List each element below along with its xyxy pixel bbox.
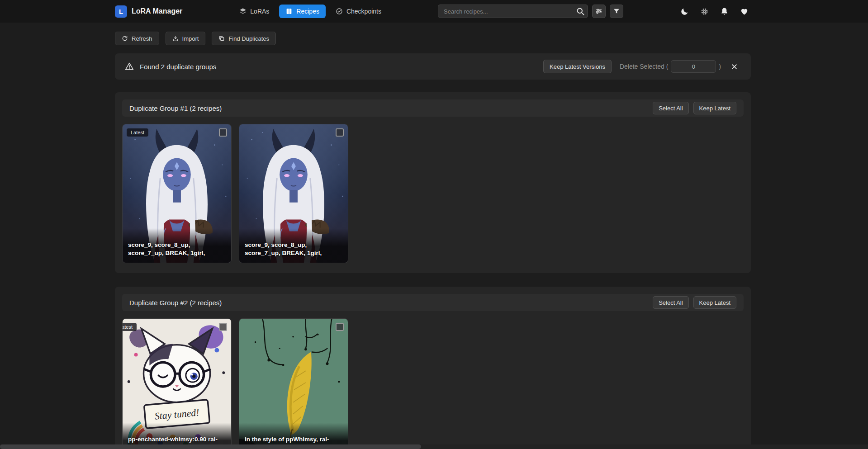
delete-count-input[interactable] — [671, 60, 716, 73]
recipe-caption: score_9, score_8_up, score_7_up, BREAK, … — [123, 228, 231, 263]
settings-button[interactable] — [697, 5, 711, 18]
recipe-card[interactable]: in the style of ppWhimsy, ral-frctlgmtry… — [239, 318, 348, 449]
group-actions: Select All Keep Latest — [653, 296, 736, 309]
horizontal-scrollbar-track[interactable] — [0, 444, 868, 449]
favorites-button[interactable] — [737, 5, 751, 18]
sliders-icon — [595, 8, 602, 15]
duplicates-icon — [218, 35, 225, 42]
view-options-button[interactable] — [592, 5, 606, 18]
group-header: Duplicate Group #1 (2 recipes) Select Al… — [122, 99, 744, 117]
heart-icon — [740, 7, 749, 16]
search-button[interactable] — [575, 6, 586, 17]
latest-badge: Latest — [127, 128, 148, 137]
banner-actions: Keep Latest Versions Delete Selected ( ) — [543, 60, 741, 73]
navbar-inner: L LoRA Manager LoRAs Recipes Checkpoints — [115, 0, 751, 23]
duplicate-group-panel-2: Duplicate Group #2 (2 recipes) Select Al… — [115, 287, 751, 449]
tab-label: Recipes — [296, 8, 319, 15]
close-banner-button[interactable] — [729, 61, 741, 72]
delete-selected-label: Delete Selected ( — [620, 63, 668, 70]
group-title: Duplicate Group #2 (2 recipes) — [129, 299, 222, 307]
app-title: LoRA Manager — [132, 7, 182, 15]
search-area — [438, 5, 623, 18]
horizontal-scrollbar-thumb[interactable] — [0, 444, 421, 449]
logo-icon: L — [115, 5, 127, 18]
duplicate-group-panel-1: Duplicate Group #1 (2 recipes) Select Al… — [115, 92, 751, 273]
recipe-card[interactable]: Stay tuned! Latest pp-enchanted-whimsy:0… — [122, 318, 232, 449]
delete-selected-control: Delete Selected ( ) — [620, 60, 721, 73]
refresh-icon — [122, 35, 128, 42]
group-header: Duplicate Group #2 (2 recipes) Select Al… — [122, 294, 744, 311]
latest-badge: Latest — [122, 323, 137, 331]
bell-icon — [720, 7, 729, 16]
refresh-button[interactable]: Refresh — [115, 32, 159, 45]
main-tabs: LoRAs Recipes Checkpoints — [233, 5, 388, 18]
warning-icon — [125, 62, 134, 71]
app-logo[interactable]: L LoRA Manager — [115, 5, 182, 18]
card-checkbox[interactable] — [336, 323, 344, 331]
card-row: Stay tuned! Latest pp-enchanted-whimsy:0… — [122, 318, 744, 449]
book-icon — [285, 8, 293, 15]
main-content: Refresh Import Find Duplicates Found 2 d… — [115, 23, 751, 449]
recipe-caption: score_9, score_8_up, score_7_up, BREAK, … — [239, 228, 348, 263]
keep-latest-versions-button[interactable]: Keep Latest Versions — [543, 60, 612, 73]
group-actions: Select All Keep Latest — [653, 102, 736, 114]
import-button[interactable]: Import — [166, 32, 206, 45]
filter-button[interactable] — [610, 5, 623, 18]
toolbar: Refresh Import Find Duplicates — [115, 32, 751, 45]
recipe-card[interactable]: Latest score_9, score_8_up, score_7_up, … — [122, 124, 232, 263]
banner-message: Found 2 duplicate groups — [140, 63, 216, 71]
card-checkbox[interactable] — [219, 128, 227, 137]
navbar: L LoRA Manager LoRAs Recipes Checkpoints — [0, 0, 868, 23]
recipe-card[interactable]: score_9, score_8_up, score_7_up, BREAK, … — [239, 124, 348, 263]
find-duplicates-label: Find Duplicates — [228, 35, 269, 42]
tab-label: LoRAs — [250, 8, 269, 15]
notifications-button[interactable] — [717, 5, 731, 18]
check-circle-icon — [336, 8, 343, 15]
find-duplicates-button[interactable]: Find Duplicates — [212, 32, 276, 45]
card-row: Latest score_9, score_8_up, score_7_up, … — [122, 124, 744, 263]
tab-checkpoints[interactable]: Checkpoints — [329, 5, 388, 18]
card-checkbox[interactable] — [219, 323, 227, 331]
banner-message-area: Found 2 duplicate groups — [125, 62, 216, 71]
search-box — [438, 5, 588, 18]
filter-icon — [613, 8, 620, 15]
keep-latest-button[interactable]: Keep Latest — [693, 102, 736, 114]
gear-icon — [700, 7, 709, 16]
tab-recipes[interactable]: Recipes — [279, 5, 326, 18]
delete-selected-suffix: ) — [719, 63, 721, 70]
navbar-actions — [678, 5, 751, 18]
tab-loras[interactable]: LoRAs — [233, 5, 275, 18]
duplicates-banner: Found 2 duplicate groups Keep Latest Ver… — [115, 53, 751, 80]
theme-toggle-button[interactable] — [678, 5, 691, 18]
select-all-button[interactable]: Select All — [653, 102, 688, 114]
tab-label: Checkpoints — [346, 8, 381, 15]
refresh-label: Refresh — [132, 35, 152, 42]
card-checkbox[interactable] — [336, 128, 344, 137]
import-label: Import — [182, 35, 199, 42]
keep-latest-button[interactable]: Keep Latest — [693, 296, 736, 309]
moon-icon — [680, 7, 689, 16]
group-title: Duplicate Group #1 (2 recipes) — [129, 104, 222, 112]
search-input[interactable] — [438, 5, 588, 18]
select-all-button[interactable]: Select All — [653, 296, 688, 309]
layers-icon — [239, 8, 247, 15]
import-icon — [172, 35, 179, 42]
close-icon — [731, 63, 738, 70]
search-icon — [576, 7, 585, 16]
